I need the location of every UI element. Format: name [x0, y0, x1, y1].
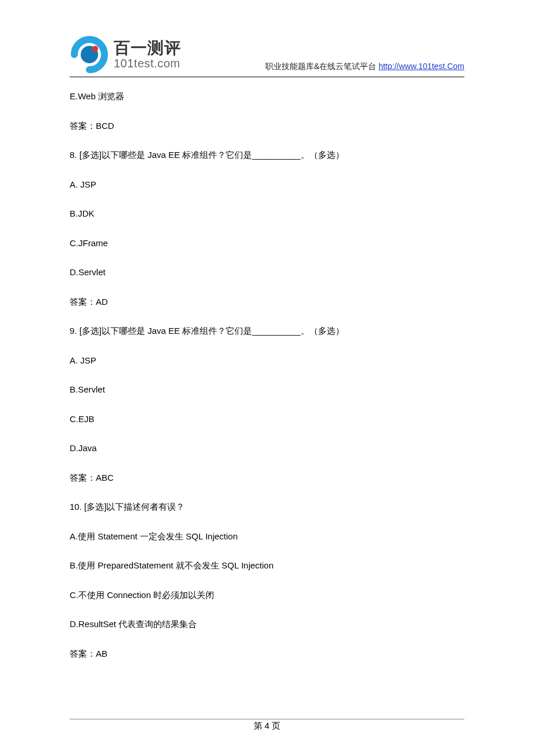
question-line: 10. [多选]以下描述何者有误？: [70, 501, 464, 514]
answer-line: 答案：AB: [70, 647, 464, 661]
option-line: C.JFrame: [70, 237, 464, 250]
logo-block: 百一测评 101test.com: [70, 35, 181, 74]
option-line: A. JSP: [70, 178, 464, 192]
header-right: 职业技能题库&在线云笔试平台 http://www.101test.Com: [265, 62, 464, 74]
answer-line: 答案：AD: [70, 296, 464, 309]
option-line: A. JSP: [70, 354, 464, 368]
option-line: B.JDK: [70, 207, 464, 221]
answer-line: 答案：BCD: [70, 120, 464, 133]
header-desc: 职业技能题库&在线云笔试平台: [265, 62, 378, 71]
page-header: 百一测评 101test.com 职业技能题库&在线云笔试平台 http://w…: [70, 35, 464, 77]
logo-icon: [70, 35, 109, 74]
footer-divider: [70, 719, 464, 719]
header-link[interactable]: http://www.101test.Com: [378, 62, 464, 71]
svg-point-1: [92, 46, 98, 52]
brand-text: 百一测评 101test.com: [114, 39, 181, 70]
option-line: B.Servlet: [70, 383, 464, 397]
option-line: E.Web 浏览器: [70, 90, 464, 103]
option-line: A.使用 Statement 一定会发生 SQL Injection: [70, 530, 464, 543]
brand-name-en: 101test.com: [114, 57, 181, 70]
answer-line: 答案：ABC: [70, 471, 464, 485]
option-line: D.ResultSet 代表查询的结果集合: [70, 618, 464, 631]
option-line: D.Servlet: [70, 266, 464, 279]
page-footer: 第 4 页: [70, 719, 464, 732]
option-line: C.不使用 Connection 时必须加以关闭: [70, 589, 464, 602]
question-line: 8. [多选]以下哪些是 Java EE 标准组件？它们是__________。…: [70, 149, 464, 162]
option-line: C.EJB: [70, 413, 464, 426]
option-line: D.Java: [70, 442, 464, 455]
content-body: E.Web 浏览器 答案：BCD 8. [多选]以下哪些是 Java EE 标准…: [70, 90, 464, 660]
page-container: 百一测评 101test.com 职业技能题库&在线云笔试平台 http://w…: [0, 0, 534, 756]
brand-name-cn: 百一测评: [114, 39, 181, 57]
option-line: B.使用 PreparedStatement 就不会发生 SQL Injecti…: [70, 559, 464, 573]
question-line: 9. [多选]以下哪些是 Java EE 标准组件？它们是__________。…: [70, 325, 464, 338]
page-number: 第 4 页: [70, 721, 464, 732]
